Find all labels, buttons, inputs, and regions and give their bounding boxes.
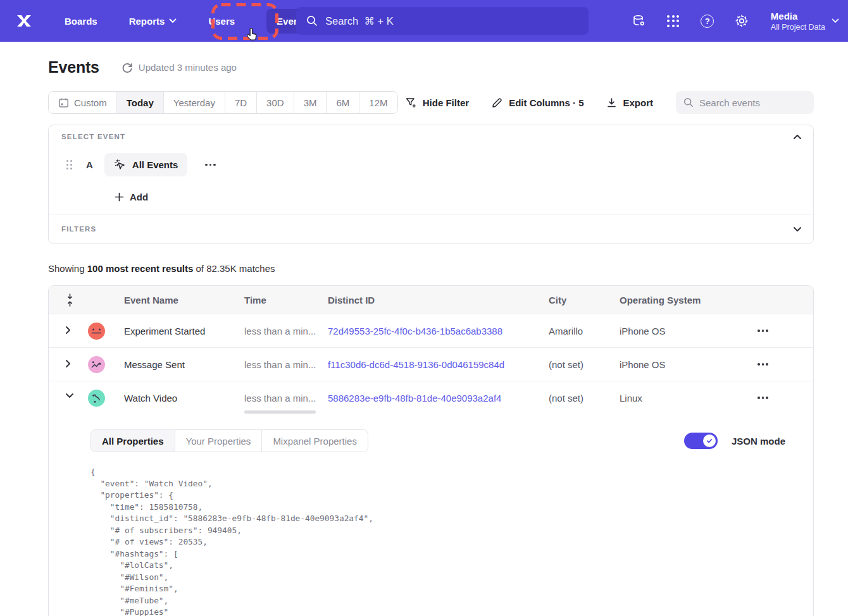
cell-city: (not set) <box>549 393 620 403</box>
date-range-3m[interactable]: 3M <box>294 92 327 113</box>
controls-row: Custom Today Yesterday 7D 30D 3M 6M 12M … <box>48 91 814 114</box>
date-range-yesterday[interactable]: Yesterday <box>164 92 225 113</box>
global-search[interactable] <box>296 7 589 35</box>
add-event-button[interactable]: Add <box>115 192 801 202</box>
data-management-icon[interactable] <box>632 13 647 28</box>
tab-all-properties[interactable]: All Properties <box>91 430 175 452</box>
row-more-menu[interactable] <box>755 330 813 332</box>
column-header-distinct-id[interactable]: Distinct ID <box>328 295 549 305</box>
mixpanel-logo-icon[interactable] <box>13 9 35 32</box>
calendar-icon <box>58 97 69 108</box>
apps-grid-icon[interactable] <box>666 13 681 28</box>
date-range-7d[interactable]: 7D <box>225 92 257 113</box>
plus-icon <box>115 192 124 202</box>
top-navbar: Boards Reports Users Events <box>0 0 848 42</box>
cell-os: iPhone OS <box>620 326 755 336</box>
nav-item-boards-label: Boards <box>65 16 97 27</box>
date-range-6m-label: 6M <box>336 97 349 108</box>
date-range-custom[interactable]: Custom <box>49 92 117 113</box>
nav-links: Boards Reports Users Events <box>54 9 318 34</box>
json-mode-toggle[interactable] <box>684 433 718 449</box>
export-button[interactable]: Export <box>606 97 653 108</box>
event-detail-panel: All Properties Your Properties Mixpanel … <box>49 414 813 616</box>
chevron-down-icon <box>832 18 839 23</box>
summary-prefix: Showing <box>48 263 87 274</box>
events-search[interactable] <box>676 91 814 114</box>
row-more-menu[interactable] <box>755 397 813 399</box>
event-avatar <box>88 323 105 340</box>
chevron-up-icon[interactable] <box>793 134 803 144</box>
nav-item-users-label: Users <box>208 16 235 27</box>
date-range-30d[interactable]: 30D <box>257 92 294 113</box>
filters-section[interactable]: FILTERS <box>49 214 813 243</box>
cell-distinct-id[interactable]: 72d49553-25fc-4f0c-b436-1b5ac6ab3388 <box>328 326 549 336</box>
cell-os: Linux <box>620 393 755 403</box>
page-title: Events <box>48 58 99 77</box>
column-header-city[interactable]: City <box>549 295 620 305</box>
date-range-30d-label: 30D <box>266 97 284 108</box>
chevron-right-icon[interactable] <box>65 326 75 336</box>
page-header: Events Updated 3 minutes ago <box>48 58 814 77</box>
settings-gear-icon[interactable] <box>734 13 749 28</box>
summary-suffix: of 82.35K matches <box>193 263 275 274</box>
nav-item-boards[interactable]: Boards <box>54 9 108 34</box>
tab-mixpanel-properties[interactable]: Mixpanel Properties <box>262 430 368 452</box>
step-letter: A <box>86 159 93 170</box>
date-range-12m[interactable]: 12M <box>359 92 397 113</box>
search-icon <box>683 97 694 108</box>
help-icon[interactable]: ? <box>700 13 715 28</box>
date-range-custom-label: Custom <box>74 97 107 108</box>
table-header-row: Event Name Time Distinct ID City Operati… <box>49 286 813 314</box>
project-name: Media <box>771 10 825 22</box>
global-search-input[interactable] <box>325 15 578 27</box>
events-search-input[interactable] <box>699 97 806 108</box>
event-more-menu[interactable] <box>205 164 216 166</box>
edit-columns-button[interactable]: Edit Columns · 5 <box>492 97 583 108</box>
chevron-down-icon[interactable] <box>793 226 803 237</box>
event-selector-pill[interactable]: All Events <box>104 153 188 176</box>
results-summary: Showing 100 most recent results of 82.35… <box>48 263 814 274</box>
hide-filter-button[interactable]: Hide Filter <box>405 97 469 109</box>
sort-icon[interactable] <box>66 293 75 307</box>
project-subtitle: All Project Data <box>771 22 825 32</box>
nav-item-reports[interactable]: Reports <box>119 9 187 34</box>
cell-event-name: Message Sent <box>124 359 244 370</box>
pencil-icon <box>492 97 503 108</box>
drag-handle[interactable] <box>66 160 72 169</box>
summary-count: 100 most recent results <box>87 263 194 274</box>
column-header-time[interactable]: Time <box>244 295 328 305</box>
toggle-knob <box>703 434 716 447</box>
event-json-viewer[interactable]: { "event": "Watch Video", "properties": … <box>90 466 798 616</box>
chevron-right-icon[interactable] <box>65 359 75 369</box>
json-mode-label: JSON mode <box>732 436 785 447</box>
cell-time: less than a min... <box>244 393 328 403</box>
date-range-3m-label: 3M <box>304 97 317 108</box>
tab-your-properties[interactable]: Your Properties <box>175 430 263 452</box>
table-row: Experiment Started less than a min... 72… <box>49 314 813 347</box>
date-range-6m[interactable]: 6M <box>327 92 359 113</box>
chevron-down-icon[interactable] <box>65 393 75 403</box>
cell-event-name: Watch Video <box>124 393 244 403</box>
navbar-right: ? Media All Project Data <box>632 0 839 42</box>
query-builder-card: SELECT EVENT A All Events <box>48 125 814 244</box>
select-event-label: SELECT EVENT <box>61 133 801 140</box>
select-event-section: SELECT EVENT A All Events <box>49 125 813 214</box>
table-row: Message Sent less than a min... f11c30d6… <box>49 347 813 381</box>
cell-city: Amarillo <box>549 326 620 336</box>
cell-distinct-id[interactable]: 5886283e-e9fb-48fb-81de-40e9093a2af4 <box>328 393 549 403</box>
nav-item-users[interactable]: Users <box>198 9 245 34</box>
cell-distinct-id[interactable]: f11c30d6-dc6d-4518-9136-0d046159c84d <box>328 359 549 370</box>
column-header-os[interactable]: Operating System <box>620 295 755 305</box>
refresh-icon[interactable] <box>121 61 134 74</box>
event-avatar <box>88 390 105 407</box>
date-range-today-label: Today <box>127 97 154 108</box>
horizontal-scrollbar-thumb[interactable] <box>244 410 316 414</box>
last-updated-text: Updated 3 minutes ago <box>139 62 237 73</box>
chevron-down-icon <box>169 18 177 23</box>
column-header-event-name[interactable]: Event Name <box>124 295 244 305</box>
event-selector-label: All Events <box>132 159 178 170</box>
project-switcher[interactable]: Media All Project Data <box>771 10 839 32</box>
date-range-today[interactable]: Today <box>117 92 164 113</box>
row-more-menu[interactable] <box>755 363 813 366</box>
filters-label: FILTERS <box>61 225 96 233</box>
